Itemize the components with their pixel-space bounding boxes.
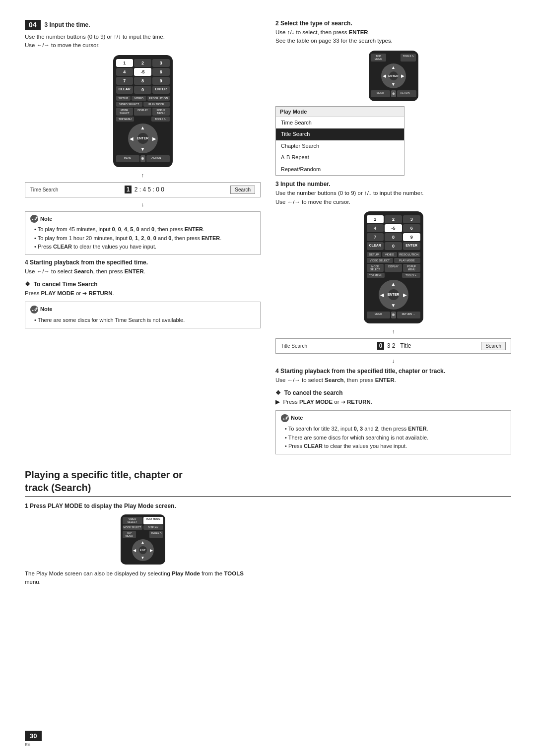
btn-clear: CLEAR	[116, 86, 134, 94]
btn-0: 0	[134, 86, 151, 94]
tools-btn: TOOLS ✎	[151, 117, 170, 122]
note-right-item1: To search for title 32, input 0, 3 and 2…	[285, 425, 506, 434]
menu-item-ab-repeat[interactable]: A-B Repeat	[276, 152, 404, 164]
top-menu-row: TOP MENU TOOLS ✎	[116, 117, 170, 122]
step4-left-body: Use ←/→ to select Search, then press ENT…	[25, 267, 261, 276]
section-heading: Playing a specific title, chapter ortrac…	[25, 468, 511, 494]
step3-heading: 3 Input the time.	[45, 21, 90, 28]
dpad-tiny: ▲ ▼ ◀ ▶ ENT	[132, 539, 154, 561]
section-break: Playing a specific title, chapter ortrac…	[25, 468, 511, 497]
right-col-top: 2 Select the type of search. Use ↑/↓ to …	[275, 20, 511, 458]
dpad-enter-r: ENTER	[389, 71, 398, 80]
step4-right-body: Use ←/→ to select Search, then press ENT…	[275, 376, 511, 384]
title-val-rest: 3 2 Title	[385, 342, 411, 349]
resolution-btn: RESOLUTION	[147, 96, 170, 101]
remote-device: 1 2 3 4 -5 6 7 8 9 CLEAR 0 ENTER S	[113, 55, 173, 167]
step1-bottom-header: 1 Press PLAY MODE to display the Play Mo…	[25, 503, 261, 509]
top-menu-row-rb: TOP MENU TOOLS ✎	[367, 273, 420, 278]
btn-7: 7	[116, 77, 134, 85]
play-mode-btn-rb: PLAY MODE	[394, 258, 420, 263]
btn-6: 6	[152, 68, 170, 76]
popup-menu-btn: POPUP MENU	[152, 108, 170, 116]
title-search-label: Title Search	[281, 343, 307, 349]
dpad-down-r: ▼	[391, 82, 396, 87]
video-btn: VIDEO	[132, 96, 146, 101]
top-menu-tiny: TOP MENU	[123, 531, 136, 538]
title-search-section: ↑ Title Search 0 3 2 Title Search ↓	[275, 328, 511, 364]
time-search-value: 1 2 : 4 5 : 0 0	[125, 186, 164, 193]
time-search-section: ↑ Time Search 1 2 : 4 5 : 0 0 Search ↓	[25, 172, 261, 207]
return-btn: ACTION →	[146, 155, 170, 162]
note-icon-2: 𝒩	[30, 306, 38, 314]
step3-right: 3 Input the number. Use the number butto…	[275, 181, 511, 206]
video-select-tiny: VIDEO SELECT	[123, 517, 142, 524]
menu-item-chapter-search[interactable]: Chapter Search	[276, 140, 404, 152]
lower-buttons-row: MODE SELECT DISPLAY POPUP MENU	[116, 108, 170, 116]
display-btn-rb: DISPLAY	[385, 264, 402, 272]
time-search-box: Time Search 1 2 : 4 5 : 0 0 Search	[25, 182, 261, 197]
top-menu-row-r: TOP MENU TOOLS ✎	[371, 54, 416, 62]
dpad-left-rb: ◀	[380, 292, 384, 297]
playmode-title: Play Mode	[276, 107, 404, 117]
page: 04 3 Input the time. Use the number butt…	[0, 0, 536, 756]
top-menu-btn: TOP MENU	[116, 117, 134, 122]
note-right-item2: There are some discs for which searching…	[285, 434, 506, 442]
top-section: 04 3 Input the time. Use the number butt…	[25, 20, 511, 458]
btn-0-rb: 0	[385, 242, 402, 250]
play-mode-btn: PLAY MODE	[143, 102, 170, 107]
number-buttons-rb: 1 2 3 4 -5 6 7 8 9 CLEAR 0 ENTER	[367, 215, 420, 250]
left-col-top: 04 3 Input the time. Use the number butt…	[25, 20, 261, 458]
dpad-right-rb: ▶	[403, 292, 407, 297]
dpad-container-r: ▲ ▼ ◀ ▶ ENTER	[371, 63, 416, 88]
btn-enter: ENTER	[152, 86, 170, 94]
top-menu-btn-r: TOP MENU	[371, 54, 386, 62]
remote-illustration-left-top: 1 2 3 4 -5 6 7 8 9 CLEAR 0 ENTER S	[25, 55, 261, 167]
note-icon-1: 𝒩	[30, 215, 38, 223]
mode-select-tiny: MODE SELECT	[123, 525, 142, 530]
btn-1-rb: 1	[367, 215, 384, 223]
page-lang: En	[25, 742, 30, 747]
title-val-0: 0	[377, 342, 385, 350]
dpad-left-r: ◀	[383, 73, 386, 78]
search-button[interactable]: Search	[230, 186, 255, 194]
menu-row-r: MENU ⊕ ACTION →	[371, 90, 416, 97]
step3-title: 3 Input the time.	[45, 21, 90, 28]
menu-item-time-search[interactable]: Time Search	[276, 117, 404, 129]
setup-btn-rb: SETUP	[367, 252, 382, 257]
action-btn-r: ACTION →	[397, 90, 416, 97]
note-item-2: To play from 1 hour 20 minutes, input 0,…	[34, 234, 255, 243]
mid-buttons-row-rb: VIDEO SELECT PLAY MODE	[367, 258, 420, 263]
remote-tiny-device: VIDEO SELECT PLAY MODE MODE SELECT DISPL…	[121, 514, 165, 565]
btn-3-rb: 3	[403, 215, 420, 223]
time-val-1: 1	[125, 186, 132, 193]
btn-9-rb: 9	[403, 233, 420, 241]
cancel-time-title: ❖ To cancel Time Search	[25, 281, 261, 288]
note-box-2: 𝒩 Note There are some discs for which Ti…	[25, 302, 261, 328]
note-header-2: 𝒩 Note	[30, 305, 255, 314]
btn-2-rb: 2	[385, 215, 402, 223]
step2-right-header: 2 Select the type of search.	[275, 20, 511, 27]
section-number: 04	[25, 20, 41, 30]
dpad-up-r: ▲	[391, 65, 396, 70]
remote-illustration-right-top: TOP MENU TOOLS ✎ ▲ ▼ ◀ ▶ ENTER	[275, 51, 511, 101]
tools-btn-r: TOOLS ✎	[401, 54, 416, 62]
dpad-tiny-enter: ENT	[139, 546, 147, 554]
title-search-box: Title Search 0 3 2 Title Search	[275, 338, 511, 354]
step3-right-header: 3 Input the number.	[275, 181, 511, 188]
section-label: 04 3 Input the time.	[25, 20, 261, 30]
dpad-enter: ENTER	[137, 133, 148, 144]
menu-item-title-search[interactable]: Title Search	[276, 128, 404, 140]
step3-body: Use the number buttons (0 to 9) or ↑/↓ t…	[25, 33, 261, 50]
menu-item-repeat-random[interactable]: Repeat/Random	[276, 164, 404, 176]
step3-line2: Use ←/→ to move the cursor.	[25, 42, 100, 48]
btn-6-rb: 6	[403, 224, 420, 232]
step2-right: 2 Select the type of search. Use ↑/↓ to …	[275, 20, 511, 46]
step2-right-body: Use ↑/↓ to select, then press ENTER. See…	[275, 28, 511, 46]
time-val-space: 2 : 4 5 : 0 0	[133, 186, 164, 193]
step1-bottom: 1 Press PLAY MODE to display the Play Mo…	[25, 503, 261, 509]
title-search-button[interactable]: Search	[481, 342, 506, 350]
cancel-time-body: Press PLAY MODE or ➔ RETURN.	[25, 289, 261, 298]
top-buttons-row-rb: SETUP VIDEO RESOLUTION	[367, 252, 420, 257]
cancel-time-search: ❖ To cancel Time Search Press PLAY MODE …	[25, 281, 261, 298]
dpad-down-rb: ▼	[391, 303, 396, 308]
